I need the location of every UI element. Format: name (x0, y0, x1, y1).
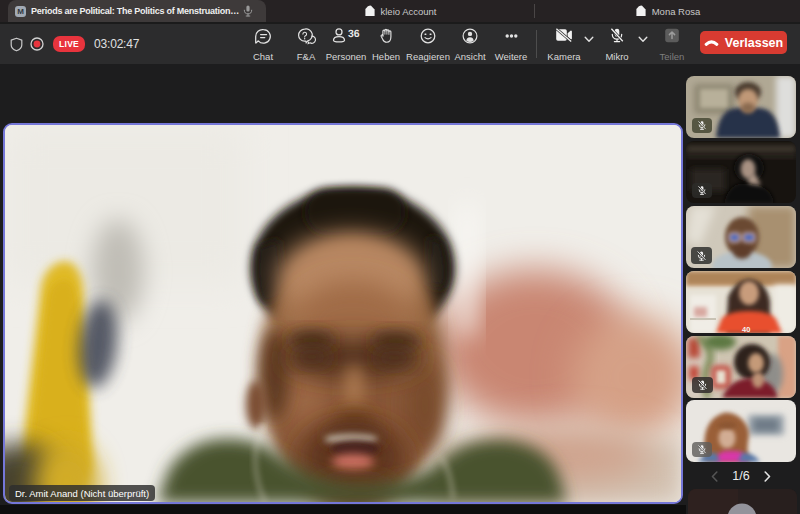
svg-text:40: 40 (742, 325, 750, 333)
